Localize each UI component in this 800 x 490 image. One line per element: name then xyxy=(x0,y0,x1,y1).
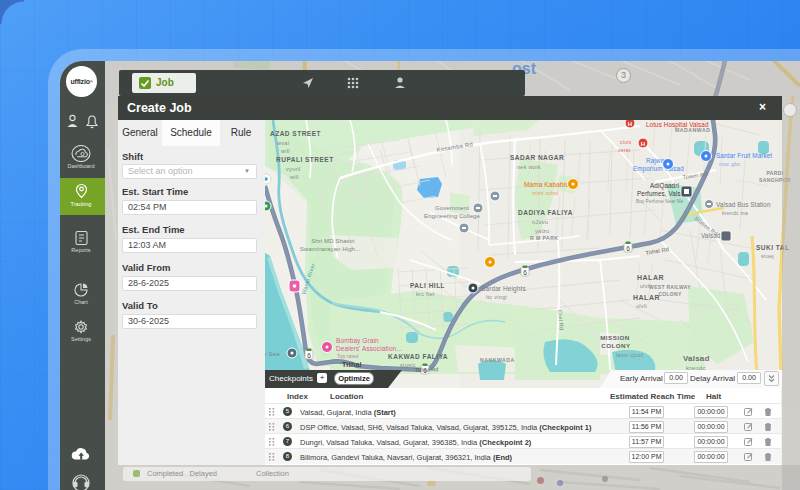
svg-text:stuej: stuej xyxy=(761,253,774,259)
svg-text:Government: Government xyxy=(435,205,469,211)
svg-text:NANKWADA: NANKWADA xyxy=(480,357,515,363)
svg-text:HALAR: HALAR xyxy=(633,294,660,301)
svg-text:lanm cjcoil: lanm cjcoil xyxy=(616,352,644,358)
svg-text:nek woik: nek woik xyxy=(517,164,541,170)
svg-text:COLONY: COLONY xyxy=(658,291,682,297)
svg-text:nJovu: nJovu xyxy=(532,219,548,225)
svg-text:Top rated: Top rated xyxy=(337,353,359,359)
svg-text:R M PARK: R M PARK xyxy=(530,235,558,241)
svg-text:PALI HILL: PALI HILL xyxy=(410,282,445,289)
svg-text:wval: wval xyxy=(276,140,289,146)
svg-text:yalzu: yalzu xyxy=(535,228,549,234)
svg-text:will: will xyxy=(280,148,290,154)
svg-text:Swaminarayan High...: Swaminarayan High... xyxy=(300,246,361,252)
svg-text:DADIYA FALIYA: DADIYA FALIYA xyxy=(518,209,573,216)
svg-text:MISSION: MISSION xyxy=(600,334,630,341)
svg-text:AZAD STREET: AZAD STREET xyxy=(270,130,321,137)
svg-text:Mama Kababis: Mama Kababis xyxy=(524,181,569,188)
svg-text:6: 6 xyxy=(523,269,527,276)
svg-text:ltc vingi: ltc vingi xyxy=(486,294,507,300)
svg-text:6: 6 xyxy=(626,245,630,252)
svg-text:MADANWAD: MADANWAD xyxy=(675,127,710,133)
svg-text:KAKWAD FALIYA: KAKWAD FALIYA xyxy=(388,353,448,360)
svg-text:Sardar Fruit Market: Sardar Fruit Market xyxy=(716,152,772,159)
svg-text:H: H xyxy=(628,121,632,127)
svg-text:ulvli: ulvli xyxy=(636,303,647,309)
svg-text:AdiQaadri: AdiQaadri xyxy=(650,182,679,190)
svg-text:6: 6 xyxy=(307,352,311,359)
svg-text:Perfumes, Valsad: Perfumes, Valsad xyxy=(637,190,688,197)
svg-text:Engineering College: Engineering College xyxy=(424,213,481,219)
svg-text:vyuril: vyuril xyxy=(286,166,301,172)
svg-text:HALAR: HALAR xyxy=(637,274,664,281)
svg-text:ntoc gbc: ntoc gbc xyxy=(719,161,741,167)
svg-text:RUPALI STREET: RUPALI STREET xyxy=(276,156,334,163)
svg-text:krc ftel: krc ftel xyxy=(416,291,435,297)
svg-text:Bombay Grain: Bombay Grain xyxy=(336,337,379,345)
svg-text:Buy Perfume Near Me: Buy Perfume Near Me xyxy=(636,199,684,204)
svg-text:mimi schol: mimi schol xyxy=(532,190,559,196)
svg-text:COLONY: COLONY xyxy=(601,342,631,349)
svg-text:ciuis: ciuis xyxy=(620,139,632,145)
svg-text:Valsad Bus Station: Valsad Bus Station xyxy=(716,201,771,208)
svg-text:WEST RAILWAY: WEST RAILWAY xyxy=(649,284,691,290)
svg-text:krendc ma: krendc ma xyxy=(722,210,748,216)
svg-text:SADAR NAGAR: SADAR NAGAR xyxy=(510,154,564,161)
svg-text:Emporium Valsad: Emporium Valsad xyxy=(633,165,684,173)
svg-text:Dealers' Association...: Dealers' Association... xyxy=(336,345,402,352)
svg-text:Sardar Heights: Sardar Heights xyxy=(481,285,526,293)
svg-text:Shri MD Shastri: Shri MD Shastri xyxy=(311,238,355,244)
svg-text:will: will xyxy=(289,174,299,180)
svg-text:verat: verat xyxy=(618,147,631,153)
svg-text:Tithal: Tithal xyxy=(342,361,362,368)
svg-text:stusic: stusic xyxy=(400,362,416,368)
svg-text:H: H xyxy=(641,141,645,147)
svg-text:Valsad: Valsad xyxy=(683,354,710,363)
